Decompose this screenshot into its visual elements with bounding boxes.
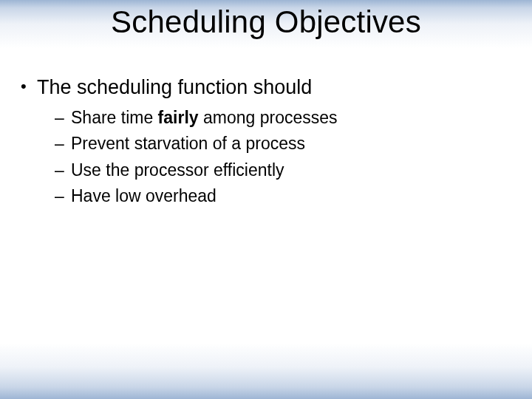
text-fragment: among processes [199,108,338,127]
bullet-level2: Use the processor efficiently [21,159,511,182]
bullet-level2: Have low overhead [21,185,511,208]
bullet-level2: Prevent starvation of a process [21,132,511,155]
bullet-level2: Share time fairly among processes [21,106,511,129]
bullet-level1: The scheduling function should [21,74,511,100]
slide-body: The scheduling function should Share tim… [21,74,511,211]
slide: Scheduling Objectives The scheduling fun… [0,0,532,399]
slide-title: Scheduling Objectives [0,4,532,40]
text-fragment: Share time [71,108,158,127]
text-bold: fairly [158,108,199,127]
